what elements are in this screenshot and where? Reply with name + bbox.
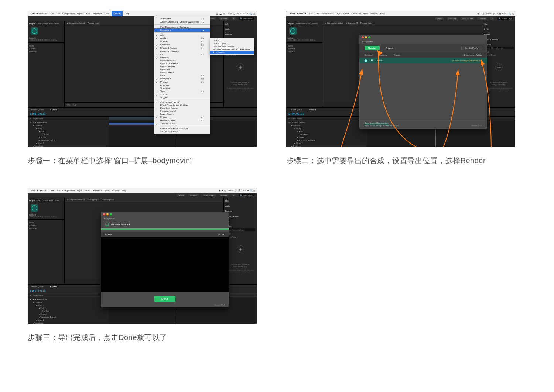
project-row-locked[interactable]: ■ locked: [29, 47, 63, 50]
panel-audio[interactable]: Audio: [225, 27, 255, 31]
ext-aeux-figma[interactable]: AEUX Figma: [210, 42, 254, 45]
link-show-selected[interactable]: Show Selected Compositions: [365, 122, 389, 124]
version-label: Version 5.5.3: [214, 304, 225, 306]
zoom-icon[interactable]: [368, 36, 370, 38]
window-menu-item[interactable]: Effect Controls: test Outlines: [154, 104, 210, 107]
zoom-level[interactable]: 50%: [67, 104, 71, 106]
ext-bodymovin[interactable]: Bodymovin: [210, 51, 254, 54]
preview-button[interactable]: Preview: [383, 46, 396, 50]
project-tab[interactable]: Project: [29, 23, 35, 25]
get-player-button[interactable]: Get the Player: [461, 46, 482, 50]
menubar-clock: 周日 23:19: [237, 12, 248, 16]
window-menu-item[interactable]: Mask Interpolation: [154, 62, 210, 65]
folder-icon[interactable]: 🗀: [222, 234, 224, 236]
menu-view[interactable]: View: [105, 13, 109, 15]
window-menu-item[interactable]: Wiggler: [154, 96, 210, 99]
comp-tab[interactable]: ■ Composition locked: [67, 22, 85, 24]
right-panels: Info Audio Preview Effects & Presets Lib…: [223, 21, 257, 107]
project-row-ai[interactable]: locked.ai: [29, 50, 63, 53]
library-dropzone[interactable]: Access your assets in every Adobe app. D…: [225, 56, 255, 93]
gear-icon[interactable]: ⚙: [371, 59, 373, 62]
window-menu-item[interactable]: Assign Shortcut to "Default" Workspace▸: [154, 20, 210, 24]
menu-effect[interactable]: Effect: [85, 13, 90, 15]
minimize-icon[interactable]: [106, 213, 109, 215]
close-icon[interactable]: [103, 213, 105, 215]
tab-renderqueue[interactable]: Render Queue: [30, 109, 45, 111]
window-menu-item[interactable]: Paint⌘8: [154, 74, 210, 77]
panel-info[interactable]: Info: [225, 22, 255, 26]
timecode[interactable]: 0:00:00;33: [30, 113, 45, 116]
link-apply-settings[interactable]: Apply Stored Settings to Selected Comps: [365, 124, 399, 127]
menu-edit[interactable]: Edit: [57, 13, 60, 15]
window-menu-item[interactable]: Find Extensions on Exchange...: [154, 25, 210, 28]
window-menu-item[interactable]: Audio⌘4: [154, 37, 210, 40]
menubar-siri-icon[interactable]: ◎: [253, 13, 255, 15]
window-menu-item[interactable]: VR Comp Editor.jsx: [154, 130, 210, 133]
menubar-search-icon[interactable]: 🔍: [249, 13, 252, 15]
window-menu-item[interactable]: Libraries: [154, 56, 210, 59]
menu-composition[interactable]: Composition: [62, 13, 75, 15]
workspace-libraries[interactable]: Libraries: [219, 17, 229, 20]
col-destination[interactable]: ../Destination Folder: [462, 54, 482, 56]
window-menu-item[interactable]: Effects & Presets⌘5: [154, 47, 210, 50]
footage-tab[interactable]: Footage (none): [88, 22, 100, 24]
window-menu-item[interactable]: Render Queue⌃⌘0: [154, 119, 210, 122]
window-menu-item[interactable]: Create Nulls From Paths.jsx: [154, 127, 210, 130]
window-menu-item[interactable]: Smoother: [154, 87, 210, 90]
window-menu-item[interactable]: Metadata: [154, 68, 210, 71]
menu-window[interactable]: Window: [112, 11, 122, 16]
ext-color-themes[interactable]: Adobe Color Themes: [210, 45, 254, 48]
close-icon[interactable]: [362, 36, 364, 38]
window-menu-item[interactable]: Info⌘2: [154, 53, 210, 56]
bodymovin-finished-panel: Bodymovin Renders Finished locked ⟳ 🗀 Do…: [101, 212, 229, 307]
success-icon: [105, 223, 109, 226]
project-tab-ec[interactable]: Effect Controls test Outlines: [37, 23, 59, 25]
window-menu-item[interactable]: Brushes⌘9: [154, 40, 210, 43]
window-menu-item[interactable]: Essential Graphics: [154, 50, 210, 53]
window-menu-item[interactable]: Lumetri Scopes: [154, 59, 210, 62]
bodymovin-panel: Bodymovin Render Preview Get the Player …: [359, 35, 487, 129]
comp-row[interactable]: ⚙ locked /Users/huxw.wang/Desktop/data.j…: [359, 58, 487, 63]
menu-layer[interactable]: Layer: [77, 13, 82, 15]
window-menu-item[interactable]: Paragraph⌘7: [154, 77, 210, 80]
window-menu-item[interactable]: Workspace▸: [154, 17, 210, 20]
version-label: Version 5.5.3: [471, 124, 482, 127]
window-menu-item[interactable]: Composition: locked: [154, 101, 210, 104]
caption-step3: 步骤三：导出完成后，点击Done就可以了: [28, 333, 257, 343]
ext-cc-auth[interactable]: Adobe Creative Cloud Authentication: [210, 48, 254, 51]
window-menu-item[interactable]: Tools⌘1: [154, 90, 210, 93]
workspace-overflow[interactable]: ≡: [232, 17, 236, 20]
window-menu-item[interactable]: Flowchart: (none): [154, 107, 210, 110]
step-3: After Effects CC File Edit Composition L…: [28, 188, 257, 343]
window-menu-item[interactable]: Motion Sketch: [154, 71, 210, 74]
select-radio[interactable]: [365, 59, 367, 62]
export-path[interactable]: /Users/huxw.wang/Desktop/data.json: [452, 59, 482, 62]
window-menu-item[interactable]: Preview⌘3: [154, 80, 210, 84]
bodymovin-titlebar[interactable]: [359, 35, 487, 40]
done-button[interactable]: Done: [154, 296, 175, 302]
extensions-submenu: AEUX AEUX Figma Adobe Color Themes Adobe…: [210, 38, 254, 55]
window-menu-item[interactable]: Character⌘6: [154, 43, 210, 47]
window-menu-item[interactable]: Footage: (none): [154, 110, 210, 113]
window-menu-item[interactable]: Project⌘0: [154, 116, 210, 119]
panel-preview[interactable]: Preview: [225, 32, 255, 36]
minimize-icon[interactable]: [365, 36, 367, 38]
ext-aeux[interactable]: AEUX: [210, 39, 254, 42]
search-help[interactable]: 🔍 Search Help: [239, 17, 254, 20]
window-menu-item[interactable]: Progress: [154, 84, 210, 87]
resolution[interactable]: Full: [73, 104, 76, 106]
zoom-icon[interactable]: [110, 213, 112, 215]
window-menu-item[interactable]: Timeline: locked: [154, 122, 210, 125]
window-menu-item[interactable]: Layer: (none): [154, 113, 210, 116]
menu-file[interactable]: File: [51, 13, 54, 15]
ae-workspace-tabs: Default Standard Small Screen Libraries …: [28, 16, 257, 21]
window-menu-item[interactable]: Tracker: [154, 93, 210, 96]
window-menu-item[interactable]: Align: [154, 34, 210, 37]
menu-animation[interactable]: Animation: [93, 13, 103, 15]
refresh-icon[interactable]: ⟳: [218, 234, 220, 236]
menu-help[interactable]: Help: [125, 13, 129, 15]
render-button[interactable]: Render: [365, 46, 380, 50]
window-menu-item[interactable]: Media Browser: [154, 65, 210, 68]
tab-comp[interactable]: ■ locked: [49, 109, 59, 111]
window-menu-item[interactable]: Extensions▸: [154, 28, 210, 32]
